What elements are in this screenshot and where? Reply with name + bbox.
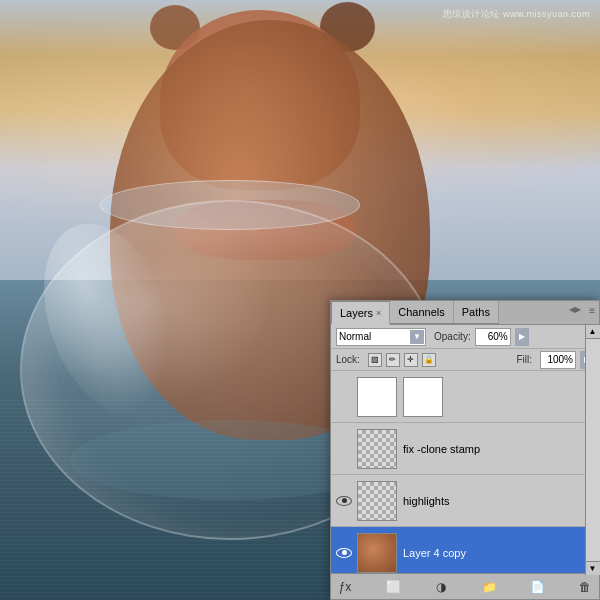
panel-footer: ƒx ⬜ ◑ 📁 📄 🗑 bbox=[331, 573, 599, 599]
lock-move-icon[interactable]: ✛ bbox=[404, 353, 418, 367]
lock-fill-row: Lock: ▨ ✏ ✛ 🔒 Fill: ▶ bbox=[331, 349, 599, 371]
panel-menu-button[interactable]: ≡ bbox=[589, 305, 595, 316]
layer-item-selected[interactable]: Layer 4 copy bbox=[331, 527, 599, 575]
eye-icon-highlights bbox=[336, 496, 352, 506]
layer-visibility-layer4[interactable] bbox=[335, 544, 353, 562]
layer-name-highlights: highlights bbox=[403, 495, 595, 507]
tab-layers-close[interactable]: × bbox=[376, 308, 381, 318]
tab-layers[interactable]: Layers × bbox=[331, 301, 390, 325]
opacity-label: Opacity: bbox=[434, 331, 471, 342]
layer-thumbnail-layer4 bbox=[357, 533, 397, 573]
scrollbar-down-button[interactable]: ▼ bbox=[586, 561, 600, 575]
lock-label: Lock: bbox=[336, 354, 360, 365]
mask-icon[interactable]: ⬜ bbox=[384, 578, 402, 596]
layers-list: fix -clone stamp highlights Layer 4 copy bbox=[331, 371, 599, 575]
layer-item[interactable] bbox=[331, 371, 599, 423]
layers-panel: ◀▶ ≡ Layers × Channels Paths Normal Diss… bbox=[330, 300, 600, 600]
opacity-arrow[interactable]: ▶ bbox=[515, 328, 529, 346]
layer-visibility-highlights[interactable] bbox=[335, 492, 353, 510]
eye-icon-layer4 bbox=[336, 548, 352, 558]
tab-paths-label: Paths bbox=[462, 306, 490, 318]
tab-channels[interactable]: Channels bbox=[390, 301, 453, 324]
blend-opacity-row: Normal Dissolve Multiply Screen Overlay … bbox=[331, 325, 599, 349]
layer-name-layer4: Layer 4 copy bbox=[403, 547, 595, 559]
layer-thumbnail-fix bbox=[357, 429, 397, 469]
panel-header: Layers × Channels Paths bbox=[331, 301, 599, 325]
layer-thumbnail-blank-mask bbox=[403, 377, 443, 417]
panel-resize-button[interactable]: ◀▶ bbox=[569, 305, 581, 314]
layer-thumbnail-highlights bbox=[357, 481, 397, 521]
lock-all-icon[interactable]: 🔒 bbox=[422, 353, 436, 367]
tab-channels-label: Channels bbox=[398, 306, 444, 318]
tab-layers-label: Layers bbox=[340, 307, 373, 319]
new-layer-icon[interactable]: 📄 bbox=[528, 578, 546, 596]
checker-pattern-fix bbox=[358, 430, 396, 468]
group-icon[interactable]: 📁 bbox=[480, 578, 498, 596]
lock-brush-icon[interactable]: ✏ bbox=[386, 353, 400, 367]
delete-layer-icon[interactable]: 🗑 bbox=[576, 578, 594, 596]
scrollbar-track bbox=[586, 339, 600, 561]
checker-pattern-highlights bbox=[358, 482, 396, 520]
layer-visibility-fix[interactable] bbox=[335, 440, 353, 458]
fill-input[interactable] bbox=[540, 351, 576, 369]
layer-visibility-blank[interactable] bbox=[335, 388, 353, 406]
layer-thumbnail-blank bbox=[357, 377, 397, 417]
layer-item[interactable]: fix -clone stamp bbox=[331, 423, 599, 475]
watermark: 思综设计论坛 www.missyuan.com bbox=[443, 8, 590, 21]
adjustment-icon[interactable]: ◑ bbox=[432, 578, 450, 596]
opacity-input[interactable] bbox=[475, 328, 511, 346]
layer-item[interactable]: highlights bbox=[331, 475, 599, 527]
panel-scrollbar: ▲ ▼ bbox=[585, 325, 599, 575]
blend-mode-wrapper: Normal Dissolve Multiply Screen Overlay … bbox=[336, 328, 426, 346]
layer-name-fix: fix -clone stamp bbox=[403, 443, 595, 455]
fill-label: Fill: bbox=[516, 354, 532, 365]
blend-mode-select[interactable]: Normal Dissolve Multiply Screen Overlay bbox=[336, 328, 426, 346]
lock-checkerboard-icon[interactable]: ▨ bbox=[368, 353, 382, 367]
fx-icon[interactable]: ƒx bbox=[336, 578, 354, 596]
scrollbar-up-button[interactable]: ▲ bbox=[586, 325, 600, 339]
canvas-area: 思综设计论坛 www.missyuan.com ◀▶ ≡ Layers × Ch… bbox=[0, 0, 600, 600]
tab-paths[interactable]: Paths bbox=[454, 301, 499, 324]
